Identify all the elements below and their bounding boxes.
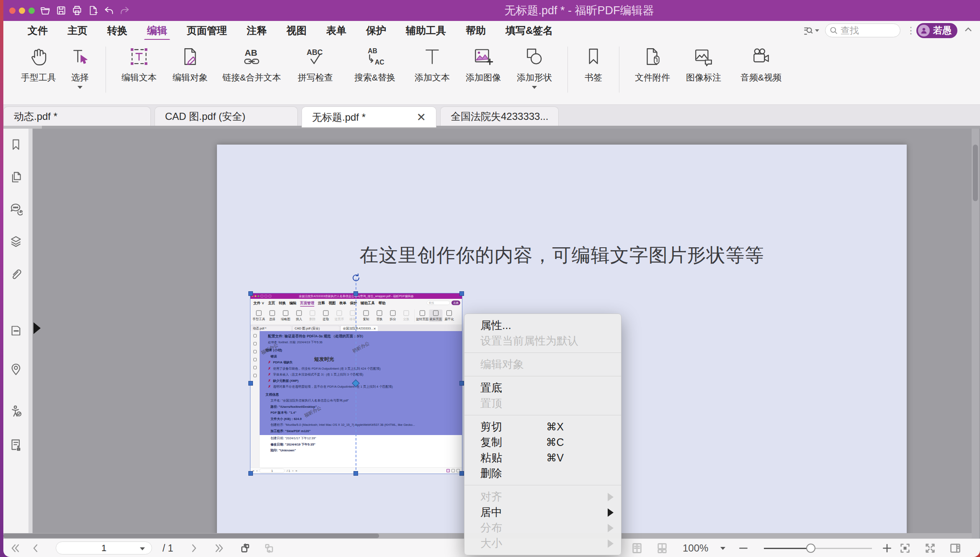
add-shape-button[interactable]: 添加形状 <box>509 46 560 89</box>
facing-page-view-button[interactable] <box>656 542 668 554</box>
zoom-level-label[interactable]: 100% <box>683 542 708 554</box>
context-menu-item[interactable]: 剪切 ⌘X <box>464 419 621 435</box>
tab-strip-scrollbar[interactable] <box>3 126 980 129</box>
document-tab[interactable]: 全国法院失4233333... <box>440 106 559 126</box>
pages-panel-icon[interactable] <box>9 170 23 184</box>
resize-handle-top-right[interactable] <box>459 291 464 296</box>
spell-check-button[interactable]: ABC 拼写检查 <box>288 46 343 83</box>
context-menu-item[interactable] <box>464 485 621 485</box>
resize-handle-bottom-center[interactable] <box>353 471 358 476</box>
add-image-button[interactable]: 添加图像 <box>458 46 509 83</box>
collapse-ribbon-icon[interactable] <box>963 25 973 36</box>
file-attachment-button[interactable]: 文件附件 <box>627 46 678 83</box>
account-button[interactable]: 若愚 <box>916 23 957 38</box>
search-box[interactable] <box>825 23 900 37</box>
context-menu-item[interactable]: 置顶 <box>464 396 621 411</box>
context-menu-item[interactable]: 对齐 <box>464 489 621 505</box>
hand-tool-button[interactable]: 手型工具 <box>15 46 62 83</box>
resize-handle-middle-right[interactable] <box>459 381 464 386</box>
context-menu-item[interactable]: 属性... <box>464 318 621 333</box>
context-menu-item[interactable]: 粘贴 ⌘V <box>464 450 621 466</box>
fit-page-button[interactable] <box>899 542 911 554</box>
previous-view-button[interactable] <box>239 542 251 554</box>
zoom-caret-icon[interactable] <box>720 547 725 550</box>
save-icon[interactable] <box>56 5 67 16</box>
close-window-button[interactable] <box>9 8 15 14</box>
menu-tab[interactable]: 视图 <box>286 24 307 37</box>
image-annotation-button[interactable]: 图像标注 <box>678 46 729 83</box>
next-view-button[interactable] <box>263 542 276 554</box>
menu-tab[interactable]: 主页 <box>67 24 88 37</box>
resize-handle-middle-left[interactable] <box>248 381 253 386</box>
comments-panel-icon[interactable] <box>9 202 23 216</box>
destinations-panel-icon[interactable] <box>9 363 23 376</box>
bookmarks-panel-icon[interactable] <box>9 138 23 151</box>
menu-tab[interactable]: 转换 <box>107 24 127 37</box>
advanced-search-icon[interactable] <box>802 25 819 36</box>
document-tab[interactable]: CAD 图.pdf (安全) <box>155 106 298 126</box>
tab-close-icon[interactable]: ✕ <box>404 111 426 124</box>
vertical-scrollbar[interactable] <box>972 129 979 539</box>
minimize-window-button[interactable] <box>19 8 25 14</box>
context-menu-item[interactable] <box>464 352 621 353</box>
menu-tab[interactable]: 页面管理 <box>187 24 227 37</box>
zoom-in-button[interactable] <box>881 542 893 554</box>
menu-tab[interactable]: 表单 <box>326 24 346 37</box>
bookmark-button[interactable]: 书签 <box>575 46 611 83</box>
next-page-button[interactable] <box>188 542 200 554</box>
single-page-view-button[interactable] <box>631 542 643 554</box>
page-number-input[interactable] <box>56 542 152 554</box>
menu-tab[interactable]: 保护 <box>366 24 386 37</box>
redo-icon[interactable] <box>119 5 130 16</box>
menu-tab[interactable]: 填写&签名 <box>505 24 553 37</box>
context-menu-item[interactable]: 编辑对象 <box>464 357 621 372</box>
audio-video-button[interactable]: 音频&视频 <box>729 46 793 83</box>
resize-handle-bottom-right[interactable] <box>459 471 464 476</box>
zoom-slider[interactable] <box>764 548 872 549</box>
open-file-icon[interactable] <box>40 5 51 16</box>
context-menu-item[interactable] <box>464 415 621 415</box>
resize-handle-top-center[interactable] <box>353 291 358 296</box>
context-menu-item[interactable]: 居中 <box>464 505 621 520</box>
attachments-panel-icon[interactable] <box>9 267 23 280</box>
print-icon[interactable] <box>72 5 83 16</box>
context-menu-item[interactable]: 复制 ⌘C <box>464 435 621 450</box>
resize-handle-top-left[interactable] <box>248 291 253 296</box>
search-replace-button[interactable]: ABAC 搜索&替换 <box>343 46 407 83</box>
first-page-button[interactable] <box>9 542 22 554</box>
previous-page-button[interactable] <box>29 542 42 554</box>
rotate-handle-icon[interactable] <box>351 273 361 283</box>
maximize-window-button[interactable] <box>28 8 35 14</box>
sidebar-expander-icon[interactable] <box>34 322 41 334</box>
menu-tab[interactable]: 辅助工具 <box>406 24 446 37</box>
edit-text-button[interactable]: 编辑文本 <box>113 46 165 83</box>
signature-panel-icon[interactable] <box>9 438 23 451</box>
zoom-out-button[interactable] <box>737 542 750 554</box>
fullscreen-button[interactable] <box>924 542 936 554</box>
menu-tab[interactable]: 编辑 <box>147 24 167 37</box>
page-fields-panel-icon[interactable] <box>9 325 23 338</box>
add-shape-caret-icon[interactable] <box>532 86 537 89</box>
sidebar-scrollbar-gutter[interactable] <box>28 129 33 539</box>
context-menu-item[interactable] <box>464 376 621 376</box>
menu-tab[interactable]: 注释 <box>247 24 267 37</box>
page-number-box[interactable] <box>56 541 152 554</box>
context-menu-item[interactable]: 置底 <box>464 380 621 396</box>
vertical-scrollbar-thumb[interactable] <box>973 145 978 201</box>
new-document-icon[interactable] <box>88 5 98 16</box>
zoom-slider-knob[interactable] <box>806 544 815 553</box>
accessibility-panel-icon[interactable] <box>9 404 23 418</box>
resize-handle-bottom-left[interactable] <box>248 471 253 476</box>
link-merge-text-button[interactable]: AB 链接&合并文本 <box>216 46 288 83</box>
context-menu-item[interactable]: 设置当前属性为默认 <box>464 333 621 349</box>
layers-panel-icon[interactable] <box>9 235 23 248</box>
select-tool-button[interactable]: 选择 <box>62 46 98 89</box>
undo-icon[interactable] <box>103 5 114 16</box>
last-page-button[interactable] <box>213 542 225 554</box>
page-heading-text[interactable]: 在这里创作你的内容，可编辑文字图片形状等等 <box>217 243 907 268</box>
search-input[interactable] <box>841 25 891 36</box>
add-text-button[interactable]: 添加文本 <box>407 46 458 83</box>
menu-tab[interactable]: 帮助 <box>466 24 486 37</box>
panel-layout-button[interactable] <box>949 542 962 554</box>
more-options-icon[interactable]: ⋮ <box>906 29 910 32</box>
